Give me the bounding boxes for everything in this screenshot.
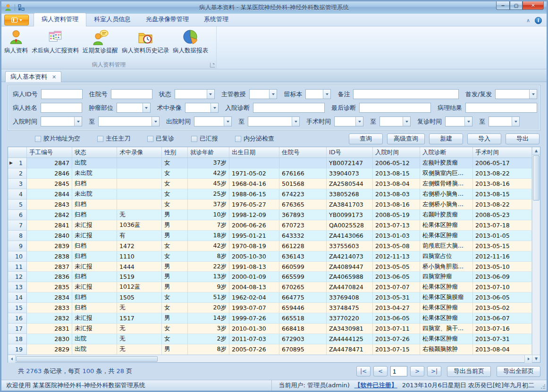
vertical-scrollbar[interactable]: ▲ ▼ (532, 147, 540, 362)
revisit-reminder-button[interactable]: 近期复诊提醒 (81, 28, 120, 56)
row-header-cell[interactable]: 17 (8, 324, 27, 334)
column-header[interactable]: 出生日期 (229, 147, 279, 158)
column-header[interactable]: 入院诊断 (420, 147, 473, 158)
combo-dropdown-icon[interactable] (292, 117, 299, 126)
column-header[interactable]: 性别 (162, 147, 188, 158)
export-all-pages-button[interactable]: 导出全部页 (497, 366, 540, 377)
filter-combo-box[interactable] (334, 117, 363, 126)
table-row[interactable]: 62842归档无男10岁1998-12-09367893YB0099173200… (8, 210, 532, 220)
column-header[interactable] (8, 147, 27, 158)
application-menu-button[interactable] (4, 15, 29, 25)
vertical-scroll-thumb[interactable] (533, 155, 540, 200)
column-header[interactable]: 手工编号 (27, 147, 72, 158)
tab-close-icon[interactable]: ✕ (52, 74, 56, 80)
table-row[interactable]: 132835未汇报1012蓝男9岁2004-08-13670265ZA44708… (8, 282, 532, 292)
ribbon-tab-staff-info[interactable]: 科室人员信息 (86, 13, 138, 26)
first-page-button[interactable]: |< (356, 366, 371, 376)
row-header-cell[interactable]: 11 (8, 262, 27, 272)
ribbon-tab-system[interactable]: 系统管理 (196, 13, 236, 26)
filter-text-input[interactable] (465, 103, 537, 113)
dialog-launcher-icon[interactable] (210, 63, 215, 67)
table-row[interactable]: 162832未汇报1517男14岁1999-07-266655183377022… (8, 313, 532, 324)
table-row[interactable]: 52843归档女37岁1976-05-27676365ZA38417032013… (8, 200, 532, 210)
combo-dropdown-icon[interactable] (74, 117, 82, 126)
combo-dropdown-icon[interactable] (403, 117, 410, 126)
filter-text-input[interactable] (111, 89, 152, 99)
filter-checkbox[interactable]: 胶片地址为空 (35, 134, 80, 143)
filter-text-input[interactable] (253, 103, 325, 113)
resize-grip[interactable] (540, 384, 545, 389)
ribbon-collapse-icon[interactable]: ∧ (526, 17, 530, 24)
table-row[interactable]: 172831未汇报无女3岁2010-01-30668418ZA343098120… (8, 324, 532, 334)
column-header[interactable]: 状态 (72, 147, 117, 158)
statusbar-license-link[interactable]: 【软件已注册】 (354, 381, 397, 390)
filter-combo-box[interactable] (175, 89, 215, 99)
filter-combo-box[interactable] (489, 117, 520, 126)
filter-text-input[interactable] (41, 103, 82, 113)
filter-text-input[interactable] (359, 103, 431, 113)
close-button[interactable]: ✕ (523, 1, 544, 10)
row-header-cell[interactable]: 15 (8, 303, 27, 313)
checkbox-icon[interactable] (191, 136, 197, 142)
filter-combo-box[interactable] (248, 117, 300, 126)
checkbox-icon[interactable] (35, 136, 41, 142)
combo-dropdown-icon[interactable] (269, 90, 277, 99)
table-row[interactable]: 112837未汇报1444男22岁1991-08-13660599ZA40894… (8, 262, 532, 272)
row-header-cell[interactable]: 14 (8, 292, 27, 303)
scroll-down-icon[interactable]: ▼ (532, 355, 540, 362)
column-header[interactable]: 手术时间 (473, 147, 532, 158)
maximize-button[interactable]: ▢ (510, 1, 523, 10)
help-info-icon[interactable]: i (535, 17, 542, 24)
filter-combo-box[interactable] (185, 103, 219, 113)
row-header-cell[interactable]: 12 (8, 272, 27, 282)
scroll-left-icon[interactable] (8, 355, 16, 363)
checkbox-icon[interactable] (235, 136, 241, 142)
last-page-button[interactable]: >| (427, 366, 441, 376)
row-header-cell[interactable]: 10 (8, 251, 27, 262)
table-row[interactable]: 182830出院无女2岁2011-07-03672903ZA4444125201… (8, 334, 532, 344)
combo-dropdown-icon[interactable] (207, 90, 214, 99)
row-header-cell[interactable]: 5 (8, 200, 27, 210)
table-row[interactable]: 102838归档1110女8岁2005-10-30636143ZA4214073… (8, 251, 532, 262)
table-row[interactable]: 82840未汇报有男18岁1995-01-21643332ZA414306620… (8, 231, 532, 241)
combo-dropdown-icon[interactable] (323, 90, 330, 99)
table-row[interactable]: 72841未汇报1036蓝男7岁2006-06-26670723QA002552… (8, 220, 532, 231)
combo-dropdown-icon[interactable] (224, 117, 231, 126)
patient-history-button[interactable]: 病人资料历史记录 (120, 28, 171, 56)
checkbox-icon[interactable] (97, 136, 103, 142)
table-row[interactable]: 42844未出院女25岁1988-06-15674223338052682013… (8, 189, 532, 200)
row-header-cell[interactable]: 2 (8, 168, 27, 179)
combo-dropdown-icon[interactable] (529, 90, 537, 99)
query-button[interactable]: 查询 (349, 133, 383, 144)
filter-combo-box[interactable] (194, 117, 232, 126)
row-header-cell[interactable]: 6 (8, 210, 27, 220)
row-header-cell[interactable]: 4 (8, 189, 27, 200)
table-row[interactable]: 152833归档无女20岁1993-07-0765944633748475201… (8, 303, 532, 313)
filter-combo-box[interactable] (305, 89, 331, 99)
ribbon-tab-disc-management[interactable]: 光盘录像带管理 (138, 13, 196, 26)
row-header-cell[interactable]: 19 (8, 344, 27, 355)
filter-combo-box[interactable] (249, 89, 278, 99)
filter-checkbox[interactable]: 主任主刀 (97, 134, 130, 143)
table-row[interactable]: ▶12847出院女37岁YB00721472006-05-12左额叶胶质瘤200… (8, 158, 532, 168)
checkbox-icon[interactable] (147, 136, 153, 142)
combo-dropdown-icon[interactable] (512, 117, 519, 126)
combo-dropdown-icon[interactable] (143, 103, 150, 112)
filter-combo-box[interactable] (98, 117, 160, 126)
row-header-cell[interactable]: 18 (8, 334, 27, 344)
export-current-page-button[interactable]: 导出当前页 (447, 366, 491, 377)
postop-report-button[interactable]: 术后病人汇报资料 (30, 28, 81, 56)
row-header-cell[interactable]: 8 (8, 231, 27, 241)
filter-checkbox[interactable]: 已复诊 (147, 134, 174, 143)
table-row[interactable]: 92839归档1472女42岁1970-08-19661228337556032… (8, 241, 532, 251)
filter-text-input[interactable] (41, 89, 83, 99)
horizontal-scrollbar[interactable] (8, 355, 532, 362)
column-header[interactable]: 入院时间 (373, 147, 420, 158)
patient-report-button[interactable]: 病人数据报表 (171, 28, 210, 56)
table-row[interactable]: 142834归档1505女51岁1962-02-0466477533769408… (8, 292, 532, 303)
column-header[interactable]: 住院号 (279, 147, 327, 158)
page-number-input[interactable] (390, 366, 407, 376)
new-record-button[interactable]: 新建 (429, 133, 463, 144)
import-button[interactable]: 导入 (467, 133, 501, 144)
row-header-cell[interactable]: 3 (8, 179, 27, 189)
